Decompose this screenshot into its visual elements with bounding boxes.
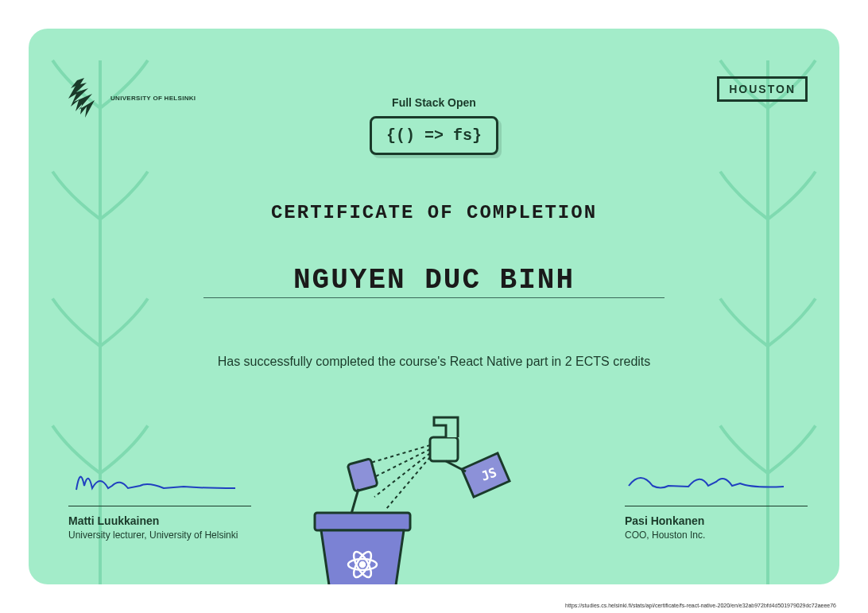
signature-image-left bbox=[68, 458, 243, 498]
signature-block-right: Pasi Honkanen COO, Houston Inc. bbox=[625, 458, 808, 541]
name-divider bbox=[203, 297, 665, 298]
svg-rect-6 bbox=[347, 459, 378, 492]
signature-divider bbox=[68, 506, 251, 506]
partner-logo: HOUSTON bbox=[717, 76, 808, 102]
recipient-name: NGUYEN DUC BINH bbox=[293, 264, 575, 297]
completion-statement: Has successfully completed the course's … bbox=[29, 355, 839, 369]
signer-name-left: Matti Luukkainen bbox=[68, 514, 251, 527]
course-code-logo: {() => fs} bbox=[370, 116, 498, 155]
signer-title-right: COO, Houston Inc. bbox=[625, 530, 808, 541]
svg-point-9 bbox=[360, 562, 365, 567]
university-logo: UNIVERSITY OF HELSINKI bbox=[64, 76, 196, 120]
signer-name-right: Pasi Honkanen bbox=[625, 514, 808, 527]
certificate-title: CERTIFICATE OF COMPLETION bbox=[271, 202, 597, 223]
plant-spray-illustration: JS bbox=[307, 409, 561, 584]
svg-rect-0 bbox=[430, 437, 458, 461]
svg-line-1 bbox=[446, 461, 466, 471]
svg-rect-8 bbox=[315, 513, 410, 530]
certificate-card: UNIVERSITY OF HELSINKI HOUSTON Full Stac… bbox=[29, 29, 839, 584]
signer-title-left: University lecturer, University of Helsi… bbox=[68, 530, 251, 541]
verification-url: https://studies.cs.helsinki.fi/stats/api… bbox=[565, 602, 836, 609]
svg-line-4 bbox=[374, 453, 430, 497]
signature-divider bbox=[625, 506, 808, 506]
course-name: Full Stack Open bbox=[392, 96, 476, 109]
signature-block-left: Matti Luukkainen University lecturer, Un… bbox=[68, 458, 251, 541]
helsinki-flame-icon bbox=[64, 76, 104, 120]
university-name: UNIVERSITY OF HELSINKI bbox=[110, 95, 196, 102]
signature-image-right bbox=[625, 458, 800, 498]
